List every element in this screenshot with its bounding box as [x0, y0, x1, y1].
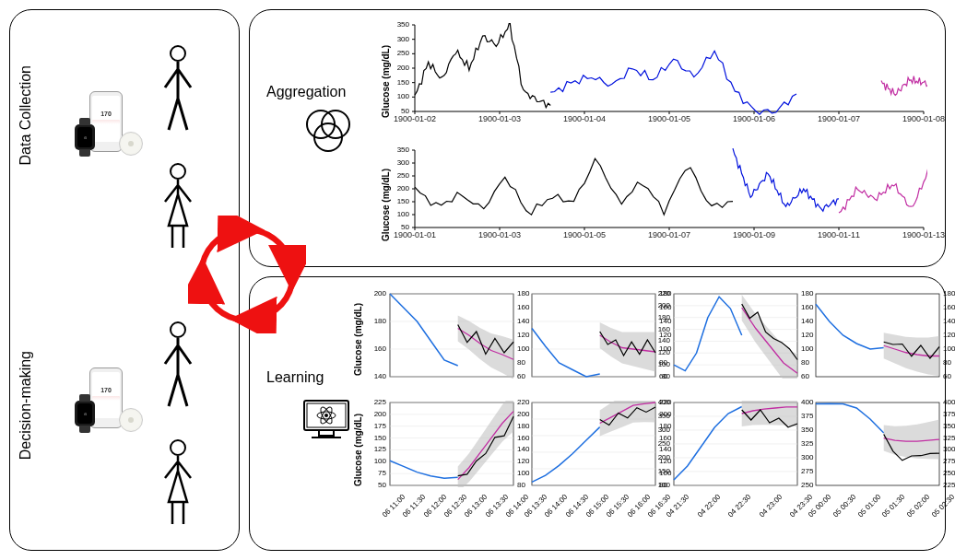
- ytick: 150: [385, 197, 409, 205]
- ytick: 160: [646, 325, 670, 333]
- learning-panel: Learning Glucose (mg/dL) Glucose (mg/dL)…: [249, 276, 946, 551]
- smartwatch-icon: ⊙: [75, 124, 95, 150]
- ytick: 180: [362, 317, 386, 325]
- ytick: 100: [646, 481, 670, 489]
- ytick: 275: [943, 457, 955, 465]
- xtick: 1900-01-01: [383, 230, 446, 239]
- ytick: 100: [385, 210, 409, 218]
- learning-mini-chart: [530, 292, 657, 379]
- ytick: 100: [646, 360, 670, 368]
- ytick: 140: [362, 372, 386, 380]
- ytick: 160: [362, 344, 386, 353]
- venn-diagram-icon: [301, 102, 356, 158]
- ytick: 50: [362, 481, 386, 489]
- ytick: 200: [385, 64, 409, 72]
- learning-mini-chart: [814, 292, 941, 379]
- male-person-icon: [158, 320, 198, 412]
- xtick: 1900-01-07: [638, 230, 701, 239]
- learning-mini-chart: [388, 401, 515, 487]
- cycle-arrows-icon: [188, 216, 306, 333]
- ytick: 300: [646, 426, 670, 434]
- ytick: 400: [943, 398, 955, 406]
- learning-mini-chart: [672, 401, 799, 487]
- ylabel: Glucose (mg/dL): [353, 303, 363, 376]
- ytick: 60: [943, 372, 955, 380]
- ytick: 75: [362, 469, 386, 477]
- learning-mini-chart: [814, 401, 941, 487]
- aggregation-label: Aggregation: [266, 84, 346, 100]
- ytick: 150: [385, 78, 409, 87]
- ytick: 350: [385, 146, 409, 154]
- cgm-sensor-icon: [119, 408, 143, 432]
- ytick: 300: [385, 35, 409, 43]
- ytick: 225: [943, 481, 955, 489]
- male-person-icon: [158, 43, 198, 135]
- xtick: 1900-01-05: [638, 114, 701, 123]
- monitor-atom-icon: [301, 397, 352, 443]
- ytick: 250: [385, 49, 409, 57]
- xtick: 1900-01-06: [723, 114, 785, 123]
- decision-making-label: Decision-making: [18, 351, 34, 460]
- aggregation-panel: Aggregation Glucose (mg/dL) Glucose (mg/…: [249, 9, 946, 267]
- cgm-sensor-icon: [119, 132, 143, 156]
- ytick: 300: [385, 158, 409, 167]
- xtick: 1900-01-03: [468, 114, 531, 123]
- ytick: 160: [943, 303, 955, 311]
- ytick: 325: [943, 434, 955, 442]
- ytick: 225: [362, 398, 386, 406]
- smartwatch-icon: ⊙: [75, 401, 95, 426]
- ytick: 175: [362, 422, 386, 430]
- learning-mini-chart: [388, 292, 515, 379]
- ytick: 200: [362, 410, 386, 418]
- data-collection-label: Data Collection: [18, 65, 34, 166]
- ytick: 80: [646, 372, 670, 380]
- ytick: 375: [943, 410, 955, 418]
- xtick: 1900-01-09: [723, 230, 785, 239]
- svg-point-1: [171, 164, 185, 179]
- ytick: 140: [943, 317, 955, 325]
- xtick: 1900-01-03: [468, 230, 531, 239]
- ytick: 125: [362, 445, 386, 453]
- xtick: 1900-01-13: [892, 230, 955, 239]
- ytick: 100: [362, 457, 386, 465]
- ytick: 250: [646, 439, 670, 448]
- ytick: 150: [646, 467, 670, 475]
- ytick: 350: [646, 412, 670, 420]
- xtick: 1900-01-07: [808, 114, 870, 123]
- aggregation-chart-bottom: [411, 148, 927, 240]
- ytick: 100: [385, 92, 409, 100]
- ytick: 120: [646, 348, 670, 356]
- ytick: 200: [362, 289, 386, 298]
- ytick: 350: [385, 20, 409, 29]
- svg-point-2: [171, 322, 185, 337]
- ytick: 200: [646, 453, 670, 461]
- svg-point-43: [324, 414, 328, 417]
- xtick: 1900-01-11: [808, 230, 870, 239]
- ytick: 140: [646, 336, 670, 344]
- svg-point-3: [171, 440, 185, 455]
- learning-mini-chart: [530, 401, 657, 487]
- learning-label: Learning: [266, 369, 324, 386]
- ytick: 150: [362, 434, 386, 442]
- ytick: 350: [943, 422, 955, 430]
- devices-bottom: 170 ⊙: [65, 368, 148, 441]
- ytick: 120: [943, 331, 955, 339]
- ytick: 400: [646, 398, 670, 406]
- ytick: 250: [943, 469, 955, 477]
- ytick: 220: [646, 289, 670, 298]
- ytick: 250: [385, 171, 409, 180]
- ytick: 300: [943, 445, 955, 453]
- xtick: 1900-01-02: [383, 114, 446, 123]
- ytick: 200: [385, 184, 409, 192]
- svg-rect-41: [319, 430, 334, 436]
- aggregation-chart-top: [411, 23, 927, 124]
- learning-mini-chart: [672, 292, 799, 379]
- xtick: 1900-01-04: [553, 114, 616, 123]
- female-person-icon: [158, 438, 198, 530]
- ytick: 180: [943, 289, 955, 298]
- devices-top: 170 ⊙: [65, 91, 148, 165]
- xtick: 1900-01-05: [553, 230, 616, 239]
- ytick: 180: [646, 313, 670, 321]
- ytick: 100: [943, 344, 955, 353]
- svg-point-0: [171, 46, 185, 61]
